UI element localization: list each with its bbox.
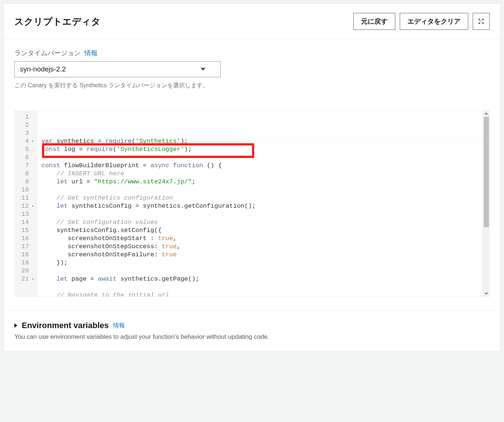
- undo-button[interactable]: 元に戻す: [353, 13, 395, 30]
- expand-icon: [478, 18, 484, 24]
- panel-title: スクリプトエディタ: [14, 15, 101, 28]
- clear-editor-button[interactable]: エディタをクリア: [400, 13, 468, 30]
- env-variables-section: Environment variables 情報 You can use env…: [4, 310, 500, 351]
- disclosure-right-icon: [14, 323, 17, 328]
- header-actions: 元に戻す エディタをクリア: [353, 13, 490, 30]
- code-scrollbar[interactable]: [483, 111, 489, 296]
- code-gutter: 1234▾56789101112▾131415161718192021▾: [15, 111, 38, 296]
- runtime-help-text: この Canary を実行する Synthetics ランタイムバージョンを選択…: [14, 81, 221, 90]
- runtime-version-label: ランタイムバージョン 情報: [14, 49, 490, 57]
- scroll-thumb[interactable]: [484, 117, 489, 227]
- script-editor-panel: スクリプトエディタ 元に戻す エディタをクリア ランタイムバージョン 情報 sy…: [4, 4, 500, 351]
- panel-body: ランタイムバージョン 情報 syn-nodejs-2.2 この Canary を…: [4, 39, 500, 351]
- chevron-down-icon: [200, 68, 206, 71]
- runtime-version-select[interactable]: syn-nodejs-2.2: [14, 61, 221, 77]
- runtime-label-text: ランタイムバージョン: [14, 49, 81, 57]
- runtime-select-wrap: syn-nodejs-2.2: [14, 61, 221, 77]
- env-description: You can use environment variables to adj…: [14, 333, 490, 341]
- url-highlight-box: [42, 143, 254, 158]
- env-heading[interactable]: Environment variables 情報: [14, 321, 490, 330]
- code-editor[interactable]: 1234▾56789101112▾131415161718192021▾ var…: [14, 110, 490, 297]
- code-area[interactable]: var synthetics = require('Synthetics');c…: [38, 111, 489, 296]
- env-info-link[interactable]: 情報: [113, 322, 125, 330]
- fullscreen-button[interactable]: [473, 13, 490, 30]
- runtime-selected-value: syn-nodejs-2.2: [20, 65, 66, 73]
- scroll-up-icon[interactable]: [484, 112, 488, 115]
- runtime-info-link[interactable]: 情報: [84, 49, 98, 57]
- env-title: Environment variables: [22, 321, 109, 330]
- scroll-down-icon[interactable]: [484, 293, 488, 295]
- panel-header: スクリプトエディタ 元に戻す エディタをクリア: [4, 4, 500, 39]
